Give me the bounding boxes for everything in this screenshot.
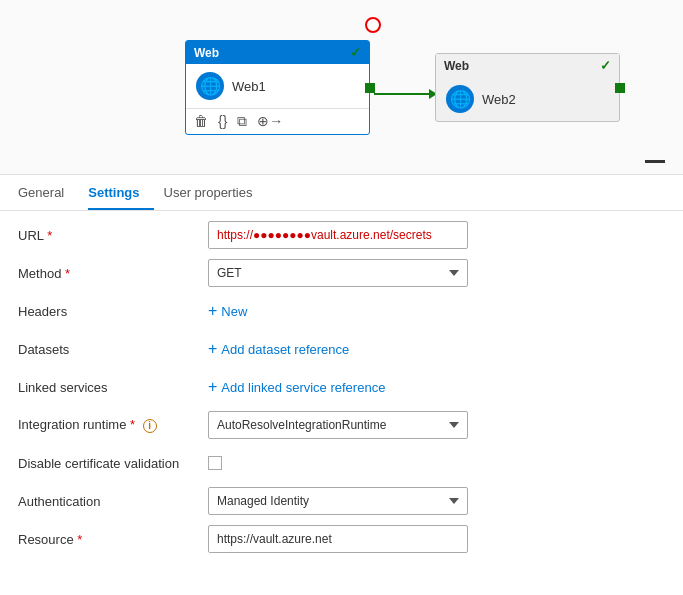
- datasets-plus-icon: +: [208, 340, 217, 358]
- method-label: Method *: [18, 266, 208, 281]
- node-web2-label: Web2: [482, 92, 516, 107]
- ir-required: *: [130, 417, 135, 432]
- delete-icon[interactable]: 🗑: [194, 113, 208, 130]
- linked-services-label: Linked services: [18, 380, 208, 395]
- disable-cert-label: Disable certificate validation: [18, 456, 208, 471]
- url-required: *: [47, 228, 52, 243]
- resource-row: Resource *: [18, 525, 665, 553]
- tab-user-properties[interactable]: User properties: [164, 177, 267, 210]
- datasets-row: Datasets + Add dataset reference: [18, 335, 665, 363]
- tabs-bar: General Settings User properties: [0, 177, 683, 211]
- tab-general[interactable]: General: [18, 177, 78, 210]
- headers-plus-icon: +: [208, 302, 217, 320]
- authentication-select[interactable]: Managed Identity Anonymous Basic Service…: [208, 487, 468, 515]
- authentication-row: Authentication Managed Identity Anonymou…: [18, 487, 665, 515]
- resource-input[interactable]: [208, 525, 468, 553]
- node-web2-globe-icon: 🌐: [446, 85, 474, 113]
- node-web1-body: 🌐 Web1: [186, 64, 369, 108]
- headers-row: Headers + New: [18, 297, 665, 325]
- linked-services-plus-icon: +: [208, 378, 217, 396]
- node-web2-right-connector[interactable]: [615, 83, 625, 93]
- disable-cert-control: [208, 456, 468, 470]
- method-select[interactable]: GET POST PUT DELETE PATCH: [208, 259, 468, 287]
- node-web1-right-connector[interactable]: [365, 83, 375, 93]
- url-row: URL *: [18, 221, 665, 249]
- method-row: Method * GET POST PUT DELETE PATCH: [18, 259, 665, 287]
- collapse-bar[interactable]: [645, 160, 665, 163]
- authentication-label: Authentication: [18, 494, 208, 509]
- integration-runtime-select[interactable]: AutoResolveIntegrationRuntime: [208, 411, 468, 439]
- node-web2[interactable]: Web ✓ 🌐 Web2: [435, 53, 620, 122]
- tab-settings[interactable]: Settings: [88, 177, 153, 210]
- disable-cert-row: Disable certificate validation: [18, 449, 665, 477]
- resource-label: Resource *: [18, 532, 208, 547]
- headers-add-button[interactable]: + New: [208, 302, 468, 320]
- node-web2-title: Web: [444, 59, 469, 73]
- url-input[interactable]: [208, 221, 468, 249]
- node-web1-globe-icon: 🌐: [196, 72, 224, 100]
- authentication-control: Managed Identity Anonymous Basic Service…: [208, 487, 468, 515]
- datasets-label: Datasets: [18, 342, 208, 357]
- url-control: [208, 221, 468, 249]
- node-web1-title: Web: [194, 46, 219, 60]
- node-connector-arrow: [374, 93, 436, 95]
- copy-icon[interactable]: ⧉: [237, 113, 247, 130]
- headers-control: + New: [208, 302, 468, 320]
- settings-form: URL * Method * GET POST PUT DELETE PATCH…: [0, 211, 683, 573]
- node-web1-toolbar: 🗑 {} ⧉ ⊕→: [186, 108, 369, 134]
- datasets-control: + Add dataset reference: [208, 340, 468, 358]
- node-web1[interactable]: Web ✓ 🌐 Web1 🗑 {} ⧉ ⊕→: [185, 40, 370, 135]
- resource-required: *: [77, 532, 82, 547]
- integration-runtime-control: AutoResolveIntegrationRuntime: [208, 411, 468, 439]
- disable-cert-checkbox-wrap: [208, 456, 468, 470]
- node-web1-label: Web1: [232, 79, 266, 94]
- headers-label: Headers: [18, 304, 208, 319]
- integration-runtime-row: Integration runtime * i AutoResolveInteg…: [18, 411, 665, 439]
- node-web2-check: ✓: [600, 58, 611, 73]
- method-control: GET POST PUT DELETE PATCH: [208, 259, 468, 287]
- url-label: URL *: [18, 228, 208, 243]
- ir-info-icon[interactable]: i: [143, 419, 157, 433]
- pipeline-canvas: Web ✓ 🌐 Web1 🗑 {} ⧉ ⊕→ Web ✓ 🌐 Web2: [0, 0, 683, 175]
- top-connector[interactable]: [365, 17, 381, 33]
- add-link-icon[interactable]: ⊕→: [257, 113, 283, 130]
- linked-services-row: Linked services + Add linked service ref…: [18, 373, 665, 401]
- integration-runtime-label: Integration runtime * i: [18, 417, 208, 433]
- disable-cert-checkbox[interactable]: [208, 456, 222, 470]
- datasets-add-button[interactable]: + Add dataset reference: [208, 340, 468, 358]
- braces-icon[interactable]: {}: [218, 113, 227, 130]
- linked-services-add-button[interactable]: + Add linked service reference: [208, 378, 468, 396]
- node-web2-body: 🌐 Web2: [436, 77, 619, 121]
- method-required: *: [65, 266, 70, 281]
- node-web2-header: Web ✓: [436, 54, 619, 77]
- node-web1-check: ✓: [350, 45, 361, 60]
- node-web1-header: Web ✓: [186, 41, 369, 64]
- resource-control: [208, 525, 468, 553]
- linked-services-control: + Add linked service reference: [208, 378, 468, 396]
